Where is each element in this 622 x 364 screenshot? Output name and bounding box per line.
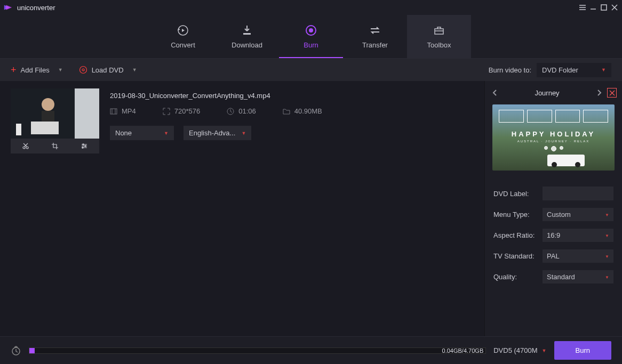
- dvd-settings-panel: Journey HAPPY HOLIDAY AUSTRAL · JOURNEY …: [484, 81, 622, 336]
- plus-icon: +: [11, 64, 17, 76]
- svg-rect-7: [435, 29, 443, 34]
- file-resolution: 720*576: [174, 107, 200, 115]
- setting-tv-standard: TV Standard: PAL▼: [493, 249, 613, 263]
- capacity-fill: [29, 348, 35, 353]
- aspect-ratio-select[interactable]: 16:9▼: [543, 229, 613, 242]
- file-info: 2019-08-30_Uniconverter_ConvertAnything_…: [110, 88, 474, 153]
- video-thumbnail[interactable]: [11, 88, 99, 139]
- chevron-down-icon: ▼: [164, 131, 169, 136]
- dvd-label-input[interactable]: [543, 187, 613, 200]
- toolbox-icon: [433, 24, 445, 37]
- edit-template-button[interactable]: [607, 88, 617, 98]
- tab-download-label: Download: [232, 41, 262, 49]
- film-icon: [110, 108, 117, 115]
- aspect-ratio-label: Aspect Ratio:: [493, 231, 543, 239]
- burn-target-select[interactable]: DVD Folder ▼: [537, 63, 611, 77]
- download-icon: [241, 24, 253, 37]
- effects-button[interactable]: [70, 139, 99, 153]
- expand-icon: [163, 108, 170, 115]
- quality-select[interactable]: Standard▼: [543, 270, 613, 284]
- crop-button[interactable]: [40, 139, 69, 153]
- tab-download[interactable]: Download: [215, 15, 279, 58]
- template-preview[interactable]: HAPPY HOLIDAY AUSTRAL · JOURNEY · RELAX: [492, 104, 615, 171]
- svg-rect-16: [16, 124, 21, 135]
- load-dvd-button[interactable]: Load DVD ▼: [79, 66, 137, 74]
- meta-size: 40.90MB: [283, 107, 322, 115]
- maximize-button[interactable]: [600, 3, 608, 12]
- file-meta: MP4 720*576 01:06 40.90MB: [110, 107, 474, 115]
- chevron-down-icon: ▼: [542, 348, 547, 353]
- app-logo-icon: [3, 4, 13, 11]
- template-overlay-title: HAPPY HOLIDAY: [492, 130, 615, 138]
- convert-icon: [177, 24, 189, 37]
- chevron-down-icon: ▼: [132, 67, 137, 72]
- burn-icon: [305, 24, 317, 37]
- main-nav: Convert Download Burn Transfer Toolbox: [0, 15, 622, 59]
- disc-icon: [79, 66, 87, 74]
- svg-point-13: [42, 98, 54, 111]
- disc-type-value: DVD5 (4700M: [493, 346, 537, 354]
- menu-type-select[interactable]: Custom▼: [543, 208, 613, 221]
- schedule-icon[interactable]: [11, 345, 21, 356]
- svg-rect-2: [601, 5, 607, 10]
- svg-rect-4: [243, 33, 251, 35]
- tab-transfer[interactable]: Transfer: [343, 15, 407, 58]
- disc-type-select[interactable]: DVD5 (4700M ▼: [493, 346, 546, 354]
- tv-standard-select[interactable]: PAL▼: [543, 249, 613, 263]
- minimize-button[interactable]: [589, 3, 597, 12]
- trim-button[interactable]: [11, 139, 40, 153]
- next-template-button[interactable]: [594, 87, 604, 99]
- close-button[interactable]: [610, 3, 619, 12]
- svg-point-18: [26, 147, 28, 149]
- tab-convert[interactable]: Convert: [151, 15, 215, 58]
- audio-value: English-Adva...: [189, 129, 235, 137]
- file-row: 2019-08-30_Uniconverter_ConvertAnything_…: [11, 88, 474, 153]
- svg-point-8: [79, 67, 86, 74]
- prev-template-button[interactable]: [490, 87, 500, 99]
- svg-marker-1: [6, 5, 12, 10]
- subtitle-select[interactable]: None ▼: [110, 126, 174, 140]
- chevron-down-icon: ▼: [605, 212, 609, 217]
- template-overlay-sub: AUSTRAL · JOURNEY · RELAX: [492, 140, 615, 143]
- chevron-down-icon: ▼: [58, 67, 63, 72]
- tab-toolbox-label: Toolbox: [427, 41, 451, 49]
- file-list-panel: 2019-08-30_Uniconverter_ConvertAnything_…: [0, 81, 484, 336]
- load-dvd-label: Load DVD: [92, 66, 124, 74]
- file-name: 2019-08-30_Uniconverter_ConvertAnything_…: [110, 92, 474, 100]
- add-files-button[interactable]: + Add Files ▼: [11, 64, 63, 76]
- dvd-label-label: DVD Label:: [493, 190, 543, 198]
- burn-button[interactable]: Burn: [554, 341, 611, 360]
- clock-icon: [227, 108, 234, 115]
- tab-toolbox[interactable]: Toolbox: [407, 15, 471, 58]
- svg-rect-12: [75, 88, 99, 139]
- chevron-down-icon: ▼: [242, 131, 246, 136]
- meta-format: MP4: [110, 107, 136, 115]
- chevron-down-icon: ▼: [605, 233, 609, 238]
- tab-transfer-label: Transfer: [362, 41, 388, 49]
- chevron-down-icon: ▼: [605, 254, 609, 258]
- thumbnail-wrap: [11, 88, 99, 153]
- meta-duration: 01:06: [227, 107, 256, 115]
- svg-point-9: [82, 69, 84, 71]
- titlebar: uniconverter: [0, 0, 622, 15]
- disc-capacity-bar: 0.04GB/4.70GB: [29, 347, 486, 354]
- window-controls: [578, 3, 619, 12]
- template-name: Journey: [500, 89, 594, 97]
- tab-convert-label: Convert: [171, 41, 195, 49]
- meta-resolution: 720*576: [163, 107, 200, 115]
- setting-dvd-label: DVD Label:: [493, 187, 613, 200]
- file-format: MP4: [122, 107, 136, 115]
- tab-burn[interactable]: Burn: [279, 15, 343, 58]
- transfer-icon: [369, 24, 381, 37]
- burn-target-label: Burn video to:: [489, 66, 531, 74]
- svg-point-20: [85, 145, 86, 147]
- capacity-text: 0.04GB/4.70GB: [442, 347, 484, 354]
- setting-menu-type: Menu Type: Custom▼: [493, 208, 613, 221]
- subtitle-value: None: [115, 129, 132, 137]
- setting-aspect-ratio: Aspect Ratio: 16:9▼: [493, 229, 613, 242]
- footer: 0.04GB/4.70GB DVD5 (4700M ▼ Burn: [0, 336, 622, 364]
- burn-target-value: DVD Folder: [542, 66, 578, 74]
- hamburger-icon[interactable]: [578, 3, 587, 12]
- svg-rect-15: [31, 122, 59, 134]
- audio-select[interactable]: English-Adva... ▼: [184, 126, 251, 140]
